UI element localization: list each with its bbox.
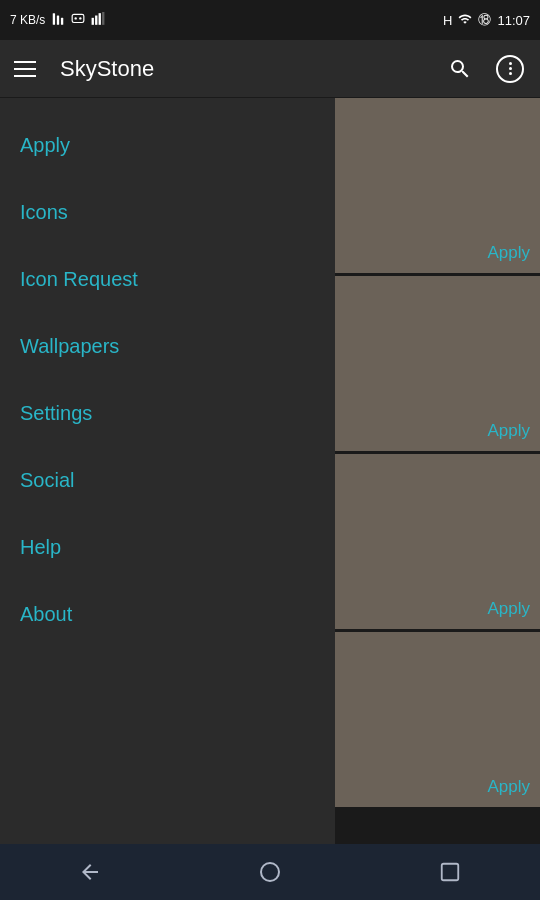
app-title: SkyStone: [60, 56, 444, 82]
svg-rect-0: [53, 13, 55, 25]
time: 11:07: [497, 13, 530, 28]
wallpaper-card-1: Apply: [335, 98, 540, 276]
wallpaper-card-3: Apply: [335, 454, 540, 632]
sidebar-item-icons[interactable]: Icons: [0, 179, 335, 246]
sidebar-item-icon-request[interactable]: Icon Request: [0, 246, 335, 313]
svg-point-4: [75, 17, 77, 19]
bbm-icon: [71, 12, 85, 29]
apply-button-3[interactable]: Apply: [487, 599, 530, 619]
recents-button[interactable]: [425, 847, 475, 897]
svg-rect-11: [442, 864, 459, 881]
svg-rect-8: [99, 13, 101, 25]
svg-point-5: [80, 17, 82, 19]
sidebar-item-help[interactable]: Help: [0, 514, 335, 581]
kb-speed: 7 KB/s: [10, 13, 45, 27]
wallpaper-card-2: Apply: [335, 276, 540, 454]
home-button[interactable]: [245, 847, 295, 897]
sidebar-item-social[interactable]: Social: [0, 447, 335, 514]
svg-rect-6: [92, 17, 94, 24]
apply-button-4[interactable]: Apply: [487, 777, 530, 797]
svg-rect-2: [61, 17, 63, 24]
svg-rect-1: [57, 15, 59, 24]
sidebar-item-settings[interactable]: Settings: [0, 380, 335, 447]
status-bar: 7 KB/s H ⑱ 11:07: [0, 0, 540, 40]
notification-num: ⑱: [478, 11, 491, 29]
wallpaper-panel: Apply Apply Apply Apply: [335, 98, 540, 844]
sidebar-item-about[interactable]: About: [0, 581, 335, 648]
apply-button-1[interactable]: Apply: [487, 243, 530, 263]
svg-rect-7: [95, 15, 97, 24]
app-bar-icons: [444, 53, 526, 85]
svg-point-10: [261, 863, 279, 881]
status-right: H ⑱ 11:07: [443, 11, 530, 29]
main-content: Apply Icons Icon Request Wallpapers Sett…: [0, 98, 540, 844]
wallpaper-card-4: Apply: [335, 632, 540, 810]
app-bar: SkyStone: [0, 40, 540, 98]
signal-icon: [458, 12, 472, 29]
svg-rect-9: [102, 12, 104, 25]
network-type: H: [443, 13, 452, 28]
sim-icon: [51, 12, 65, 29]
signal-bars-icon: [91, 12, 105, 29]
back-button[interactable]: [65, 847, 115, 897]
sidebar-item-apply[interactable]: Apply: [0, 112, 335, 179]
more-options-button[interactable]: [494, 53, 526, 85]
sidebar-item-wallpapers[interactable]: Wallpapers: [0, 313, 335, 380]
bottom-nav-bar: [0, 844, 540, 900]
apply-button-2[interactable]: Apply: [487, 421, 530, 441]
hamburger-menu-button[interactable]: [14, 54, 44, 84]
status-left: 7 KB/s: [10, 12, 105, 29]
svg-rect-3: [73, 14, 85, 22]
sidebar: Apply Icons Icon Request Wallpapers Sett…: [0, 98, 335, 844]
search-button[interactable]: [444, 53, 476, 85]
